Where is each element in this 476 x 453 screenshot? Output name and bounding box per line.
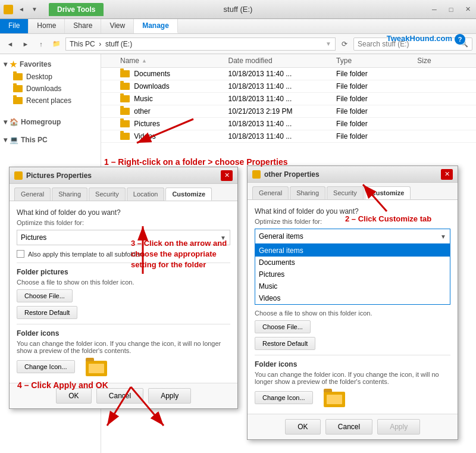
tab-security-right[interactable]: Security (327, 186, 364, 199)
dropdown-arrow-right: ▼ (440, 233, 446, 240)
drive-tools-tab[interactable]: Drive Tools (49, 3, 104, 16)
back-button[interactable]: ◄ (4, 38, 17, 51)
title-bar: ◄ ▼ Drive Tools stuff (E:) ─ □ ✕ (0, 0, 476, 19)
dialog-footer-right: OK Cancel Apply (248, 414, 458, 439)
close-button[interactable]: ✕ (459, 0, 476, 19)
change-icon-row-left: Change Icon... (17, 358, 230, 376)
tab-general-right[interactable]: General (252, 186, 289, 199)
dropdown-option-documents[interactable]: Documents (255, 257, 450, 268)
choose-file-text-right: Choose a file to show on this folder ico… (255, 310, 450, 317)
homegroup-header[interactable]: ▾ 🏠 Homegroup (0, 116, 101, 128)
dialog-title-bar-right: other Properties ✕ (248, 166, 458, 183)
pc-expand-icon: ▾ (4, 136, 7, 144)
dropdown-option-pictures[interactable]: Pictures (255, 268, 450, 280)
dropdown-option-general[interactable]: General items (255, 245, 450, 257)
sidebar-item-downloads[interactable]: Downloads (0, 83, 101, 95)
ribbon: File Home Share View Manage (0, 19, 476, 34)
table-row[interactable]: Documents 10/18/2013 11:40 ... File fold… (101, 68, 476, 80)
table-row[interactable]: Music 10/18/2013 11:40 ... File folder (101, 93, 476, 105)
forward-button[interactable]: ► (19, 38, 32, 51)
breadcrumb-expand[interactable]: ▼ (325, 40, 331, 47)
minimize-button[interactable]: ─ (426, 0, 443, 19)
header-name[interactable]: Name ▲ (120, 57, 228, 65)
type-col: File folder (336, 120, 417, 128)
change-icon-btn-right[interactable]: Change Icon... (255, 391, 313, 404)
quick-access-btn-2[interactable]: ▼ (29, 4, 40, 15)
tab-sharing-left[interactable]: Sharing (52, 188, 87, 201)
folder-icons-text-left: You can change the folder icon. If you c… (17, 340, 230, 354)
quick-access-btn-1[interactable]: ◄ (15, 4, 27, 15)
tab-home[interactable]: Home (29, 19, 65, 33)
help-button[interactable]: ? (455, 34, 465, 45)
dropdown-value-left: Pictures (21, 233, 46, 242)
refresh-button[interactable]: ⟳ (338, 38, 351, 51)
favorites-section: ▾ ★ Favorites Desktop Downloads Recent p… (0, 58, 101, 107)
table-row[interactable]: Downloads 10/18/2013 11:40 ... File fold… (101, 80, 476, 93)
choose-file-btn-left[interactable]: Choose File... (17, 289, 73, 302)
instruction-3: 3 – Click on the arrow and choose the ap… (131, 238, 238, 271)
optimize-dropdown-right[interactable]: General items ▼ (255, 229, 450, 244)
header-type[interactable]: Type (336, 57, 417, 65)
restore-default-btn-right[interactable]: Restore Default (255, 337, 315, 350)
thispc-header[interactable]: ▾ 💻 This PC (0, 134, 101, 146)
dialog-close-left[interactable]: ✕ (221, 170, 233, 181)
header-date[interactable]: Date modified (228, 57, 337, 65)
maximize-button[interactable]: □ (443, 0, 459, 19)
expand-icon: ▾ (4, 60, 7, 68)
tab-file[interactable]: File (0, 19, 29, 33)
homegroup-label: Homegroup (21, 118, 61, 126)
tab-security-left[interactable]: Security (89, 188, 126, 201)
subfolders-checkbox[interactable] (17, 250, 24, 258)
change-icon-btn-left[interactable]: Change Icon... (17, 360, 75, 373)
apply-btn-left[interactable]: Apply (148, 388, 191, 404)
breadcrumb[interactable]: This PC › stuff (E:) ▼ (65, 38, 336, 51)
choose-file-btn-right[interactable]: Choose File... (255, 320, 311, 333)
subfolders-label: Also apply this template to all subfolde… (28, 251, 145, 258)
table-row[interactable]: other 10/21/2013 2:19 PM File folder (101, 105, 476, 118)
favorites-icon: ★ (10, 60, 17, 69)
header-size[interactable]: Size (417, 57, 471, 65)
dropdown-option-music[interactable]: Music (255, 280, 450, 292)
tab-sharing-right[interactable]: Sharing (290, 186, 325, 199)
table-row[interactable]: Pictures 10/18/2013 11:40 ... File folde… (101, 118, 476, 130)
restore-default-btn-left[interactable]: Restore Default (17, 306, 77, 319)
dropdown-option-videos[interactable]: Videos (255, 292, 450, 304)
type-col: File folder (336, 95, 417, 103)
sidebar-downloads-label: Downloads (26, 85, 61, 93)
date-col: 10/18/2013 11:40 ... (228, 82, 337, 90)
window-controls: ─ □ ✕ (426, 0, 476, 19)
table-row[interactable]: Videos 10/18/2013 11:40 ... File folder (101, 130, 476, 143)
sidebar-item-recent[interactable]: Recent places (0, 95, 101, 107)
folder-icon (120, 120, 130, 127)
dialog-body-left: What kind of folder do you want? Optimiz… (10, 201, 237, 383)
dropdown-container-right: General items ▼ General items Documents … (255, 229, 450, 244)
dialog-title-text-right: other Properties (264, 170, 441, 179)
title-icon (4, 5, 13, 14)
cancel-btn-right[interactable]: Cancel (325, 419, 372, 435)
favorites-header[interactable]: ▾ ★ Favorites (0, 58, 101, 71)
tab-share[interactable]: Share (65, 19, 101, 33)
sidebar-item-desktop[interactable]: Desktop (0, 71, 101, 83)
tab-view[interactable]: View (101, 19, 134, 33)
tab-customize-left[interactable]: Customize (165, 188, 212, 201)
optimize-label-left: Optimize this folder for: (17, 219, 230, 226)
folder-icons-header-left: Folder icons (17, 329, 230, 338)
tab-manage[interactable]: Manage (134, 19, 178, 33)
tab-customize-right[interactable]: Customize (365, 186, 411, 199)
ok-btn-right[interactable]: OK (285, 419, 321, 435)
type-col: File folder (336, 70, 417, 78)
dialog-title-bar-left: Pictures Properties ✕ (10, 167, 237, 184)
folder-icon-btn[interactable]: 📁 (50, 38, 63, 51)
recent-folder-icon (13, 97, 23, 104)
up-button[interactable]: ↑ (35, 38, 48, 51)
dialog-icon-left (14, 171, 23, 180)
date-col: 10/18/2013 11:40 ... (228, 70, 337, 78)
dialog-close-right[interactable]: ✕ (441, 169, 453, 180)
tab-location-left[interactable]: Location (127, 188, 165, 201)
instruction-2: 2 – Click Customize tab (345, 214, 431, 223)
apply-btn-right[interactable]: Apply (377, 419, 420, 435)
sidebar-desktop-label: Desktop (26, 73, 52, 81)
tab-general-left[interactable]: General (14, 188, 51, 201)
dialog-other-properties: other Properties ✕ General Sharing Secur… (247, 165, 458, 440)
sort-icon: ▲ (142, 58, 147, 64)
